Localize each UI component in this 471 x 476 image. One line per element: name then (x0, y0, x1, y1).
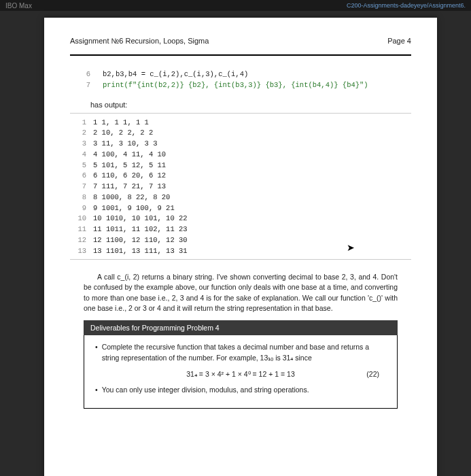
line-number: 1 (74, 118, 86, 129)
line-number: 13 (74, 246, 86, 257)
output-line: 44 100, 4 11, 4 10 (74, 150, 411, 160)
window-path: C200-Assignments-dadeyeye/Assignment6. (347, 2, 466, 9)
line-number: 6 (74, 171, 86, 182)
line-number: 5 (74, 160, 86, 171)
deliverables-body: • Complete the recursive function that t… (84, 335, 398, 409)
line-number: 2 (74, 128, 86, 139)
code-line: 6 b2,b3,b4 = c_(i,2),c_(i,3),c_(i,4) (77, 69, 411, 80)
line-number: 8 (74, 192, 86, 203)
bullet-text: Complete the recursive function that tak… (102, 342, 386, 364)
output-text: 9 1001, 9 100, 9 21 (93, 203, 175, 214)
bullet-dot: • (95, 385, 98, 396)
output-text: 13 1101, 13 111, 13 31 (93, 246, 188, 257)
output-text: 8 1000, 8 22, 8 20 (93, 192, 170, 203)
divider (70, 259, 411, 260)
bullet-item: • Complete the recursive function that t… (95, 342, 386, 364)
equation-number: (22) (366, 369, 379, 380)
output-line: 88 1000, 8 22, 8 20 (74, 192, 411, 203)
output-text: 10 1010, 10 101, 10 22 (93, 214, 188, 224)
output-line: 66 110, 6 20, 6 12 (74, 171, 411, 182)
output-line: 55 101, 5 12, 5 11 (74, 160, 411, 171)
output-line: 11 1, 1 1, 1 1 (74, 118, 411, 129)
divider (70, 113, 411, 114)
bullet-text: You can only use integer division, modul… (102, 385, 309, 396)
output-text: 4 100, 4 11, 4 10 (93, 150, 166, 160)
explanation-paragraph: A call c_(i, 2) returns a binary string.… (84, 272, 398, 313)
line-number: 11 (74, 224, 86, 235)
line-number: 6 (77, 69, 90, 80)
document-page: Assignment №6 Recursion, Loops, Sigma Pa… (44, 18, 437, 476)
output-text: 11 1011, 11 102, 11 23 (93, 224, 188, 235)
window-top-bar: IBO Max C200-Assignments-dadeyeye/Assign… (0, 0, 471, 11)
line-number: 9 (74, 203, 86, 214)
line-number: 7 (77, 80, 90, 91)
page-number: Page 4 (387, 37, 411, 45)
equation: 31₄ = 3 × 4² + 1 × 4⁰ = 12 + 1 = 13 (186, 369, 295, 380)
output-line: 1212 1100, 12 110, 12 30 (74, 235, 411, 246)
page-header: Assignment №6 Recursion, Loops, Sigma Pa… (70, 37, 411, 45)
bullet-item: • You can only use integer division, mod… (95, 385, 386, 396)
output-line: 77 111, 7 21, 7 13 (74, 182, 411, 192)
output-text: 6 110, 6 20, 6 12 (93, 171, 166, 182)
output-line: 1010 1010, 10 101, 10 22 (74, 214, 411, 224)
output-line: 33 11, 3 10, 3 3 (74, 139, 411, 150)
output-label: has output: (90, 101, 411, 109)
equation-row: 31₄ = 3 × 4² + 1 × 4⁰ = 12 + 1 = 13 (22) (95, 369, 386, 380)
output-text: 3 11, 3 10, 3 3 (93, 139, 158, 150)
bullet-dot: • (95, 342, 98, 364)
app-name: IBO Max (5, 2, 32, 10)
output-text: 2 10, 2 2, 2 2 (93, 128, 153, 139)
line-number: 12 (74, 235, 86, 246)
line-number: 3 (74, 139, 86, 150)
output-line: 1313 1101, 13 111, 13 31 (74, 246, 411, 257)
line-number: 4 (74, 150, 86, 160)
line-number: 10 (74, 214, 86, 224)
code-text: print(f"{int(b2,2)} {b2}, {int(b3,3)} {b… (103, 80, 368, 91)
output-text: 5 101, 5 12, 5 11 (93, 160, 166, 171)
output-text: 1 1, 1 1, 1 1 (93, 118, 149, 129)
code-line: 7 print(f"{int(b2,2)} {b2}, {int(b3,3)} … (77, 80, 411, 91)
code-block: 6 b2,b3,b4 = c_(i,2),c_(i,3),c_(i,4) 7 p… (77, 69, 411, 91)
output-line: 22 10, 2 2, 2 2 (74, 128, 411, 139)
output-block: 11 1, 1 1, 1 1 22 10, 2 2, 2 2 33 11, 3 … (74, 118, 411, 257)
line-number: 7 (74, 182, 86, 192)
assignment-title: Assignment №6 Recursion, Loops, Sigma (70, 37, 209, 45)
header-rule (70, 54, 411, 56)
output-text: 12 1100, 12 110, 12 30 (93, 235, 188, 246)
output-line: 99 1001, 9 100, 9 21 (74, 203, 411, 214)
output-text: 7 111, 7 21, 7 13 (93, 182, 166, 192)
deliverables-header: Deliverables for Programming Problem 4 (84, 320, 398, 335)
code-text: b2,b3,b4 = c_(i,2),c_(i,3),c_(i,4) (103, 69, 248, 80)
output-line: 1111 1011, 11 102, 11 23 (74, 224, 411, 235)
